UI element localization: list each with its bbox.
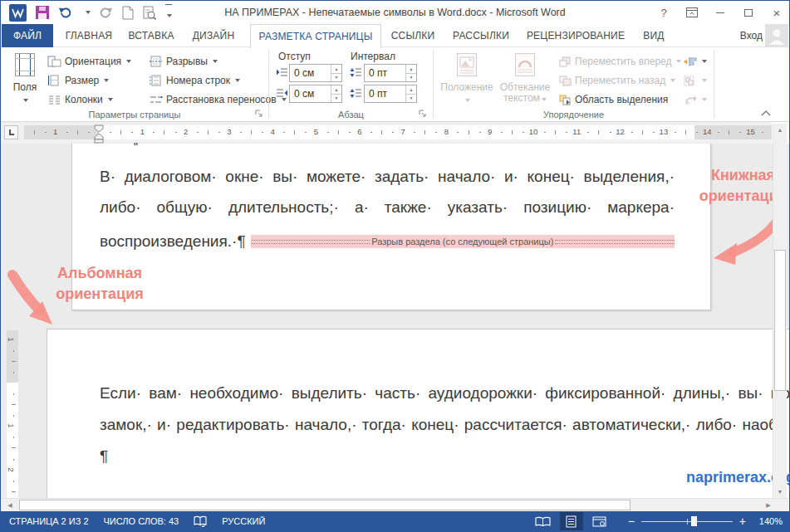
customize-quick-access-icon[interactable] [165,4,172,21]
align-objects-button[interactable] [684,52,707,71]
bring-forward-button[interactable]: Переместить вперед [559,52,681,71]
page-setup-dialog-launcher[interactable] [255,109,263,117]
indent-right-field[interactable]: 0 см ▲▼ [289,85,342,103]
print-preview-button[interactable] [143,6,156,20]
breaks-button[interactable]: Разрывы [149,52,218,71]
page1-line-3-text[interactable]: воспроизведения.· [100,232,237,251]
tab-mailings[interactable]: РАССЫЛКИ [449,24,513,47]
columns-button[interactable]: Колонки [47,90,113,109]
spacing-after-field[interactable]: 0 пт ▲▼ [364,85,417,103]
horizontal-scroll-thumb[interactable] [19,500,631,510]
ribbon-display-options-icon[interactable] [685,5,699,20]
page1-line-3[interactable]: воспроизведения.· ¶ Разрыв раздела (со с… [100,232,675,251]
selection-pane-button[interactable]: Область выделения [559,90,668,109]
orientation-button[interactable]: Ориентация [47,52,131,71]
word-count[interactable]: ЧИСЛО СЛОВ: 43 [104,516,179,526]
rotate-objects-button[interactable] [684,90,707,109]
collapse-ribbon-icon[interactable] [761,107,771,119]
bring-forward-icon [559,56,572,67]
tab-view[interactable]: ВИД [637,24,670,47]
horizontal-ruler[interactable]: 1234567891011121314151 [24,125,772,139]
redo-button[interactable] [100,7,113,19]
language-indicator[interactable]: РУССКИЙ [222,516,265,526]
columns-icon [47,94,61,105]
spacing-before-spinner[interactable]: ▲▼ [405,65,416,81]
vertical-ruler[interactable]: 121 [7,330,18,500]
avatar[interactable] [765,24,788,47]
zoom-slider[interactable] [641,515,733,527]
close-icon[interactable]: × [769,5,784,20]
undo-dropdown-caret[interactable] [86,11,91,14]
sign-in-link[interactable]: Вход [740,24,763,47]
group-objects-button[interactable] [684,71,707,90]
page1-line-1[interactable]: В· диалоговом· окне· вы· можете· задать·… [100,168,675,186]
breaks-label: Разрывы [166,56,208,67]
selection-pane-icon [559,95,572,105]
tab-home[interactable]: ГЛАВНАЯ [62,24,115,47]
tab-review[interactable]: РЕЦЕНЗИРОВАНИЕ [523,24,629,47]
size-button[interactable]: Размер [47,71,109,90]
margins-caret [23,99,28,102]
zoom-in-button[interactable]: + [739,515,746,527]
tab-design[interactable]: ДИЗАЙН [189,24,238,47]
save-button[interactable] [36,6,49,19]
indent-left-spinner[interactable]: ▲▼ [331,65,341,81]
proofing-icon[interactable] [194,515,207,527]
hyphenation-icon [149,94,163,105]
new-document-button[interactable] [122,6,134,20]
spacing-before-field[interactable]: 0 пт ▲▼ [364,64,417,82]
title-bar: НА ПРИМЕРАХ - Непечатаемые символы в Wor… [1,1,789,24]
paragraph-dialog-launcher[interactable] [419,109,427,117]
indent-right-spinner[interactable]: ▲▼ [331,85,341,102]
scroll-down-icon[interactable]: ▼ [773,486,787,499]
tab-file[interactable]: ФАЙЛ [2,24,53,47]
web-layout-button[interactable] [588,512,611,530]
undo-button[interactable] [58,7,75,19]
indent-markers[interactable] [93,124,105,144]
vertical-scrollbar[interactable]: ▲ ▼ [773,124,787,499]
spacing-before-value[interactable]: 0 пт [365,65,405,81]
indent-label: Отступ [278,51,311,62]
quick-access-toolbar [9,1,172,24]
tab-stop-selector[interactable] [4,125,18,139]
page-1[interactable]: " В· диалоговом· окне· вы· можете· задат… [71,144,711,310]
tab-page-layout[interactable]: РАЗМЕТКА СТРАНИЦЫ [250,24,381,48]
arrange-group-label: Упорядочение [434,110,714,120]
hyphenation-button[interactable]: Расстановка переносов [149,90,287,109]
page2-line-2[interactable]: замок,· и· редактировать· начало,· тогда… [100,416,787,434]
vertical-scroll-thumb[interactable] [774,250,786,391]
orientation-label: Ориентация [65,56,121,67]
wrap-text-button[interactable]: Обтекание текстом [497,49,553,119]
scroll-up-icon[interactable]: ▲ [773,124,787,137]
page2-line-1[interactable]: Если· вам· необходимо· выделить· часть· … [100,384,790,403]
line-numbers-button[interactable]: Номера строк [149,71,240,90]
scroll-left-icon[interactable]: ◀ [3,499,17,511]
selection-pane-label: Область выделения [575,94,668,105]
orientation-icon [47,56,61,67]
page-indicator[interactable]: СТРАНИЦА 2 ИЗ 2 [9,516,89,526]
maximize-icon[interactable] [741,5,756,20]
margins-button[interactable]: Поля [6,49,44,119]
indent-left-value[interactable]: 0 см [290,65,331,81]
print-layout-button[interactable] [560,512,583,530]
position-button[interactable]: Положение [440,49,493,119]
help-icon[interactable]: ? [656,5,671,20]
minimize-icon[interactable] [713,5,728,20]
scroll-right-icon[interactable]: ▶ [762,499,775,511]
spacing-after-value[interactable]: 0 пт [365,85,405,102]
indent-right-value[interactable]: 0 см [290,85,331,102]
indent-left-field[interactable]: 0 см ▲▼ [289,64,342,82]
tab-insert[interactable]: ВСТАВКА [125,24,177,47]
zoom-out-button[interactable]: − [628,515,635,527]
page1-line-2[interactable]: либо· общую· длительность;· а· также· ук… [100,198,675,217]
horizontal-scrollbar[interactable]: ◀ ▶ [1,498,788,511]
page-setup-group-label: Параметры страницы [1,110,268,120]
tab-references[interactable]: ССЫЛКИ [388,24,438,47]
send-backward-button[interactable]: Переместить назад [559,71,675,90]
spacing-after-spinner[interactable]: ▲▼ [405,85,416,102]
read-mode-button[interactable] [532,512,555,530]
zoom-slider-thumb[interactable] [691,516,697,526]
zoom-level[interactable]: 140% [751,516,783,526]
section-break-leader [251,240,370,244]
page-2[interactable]: Если· вам· необходимо· выделить· часть· … [47,329,790,513]
